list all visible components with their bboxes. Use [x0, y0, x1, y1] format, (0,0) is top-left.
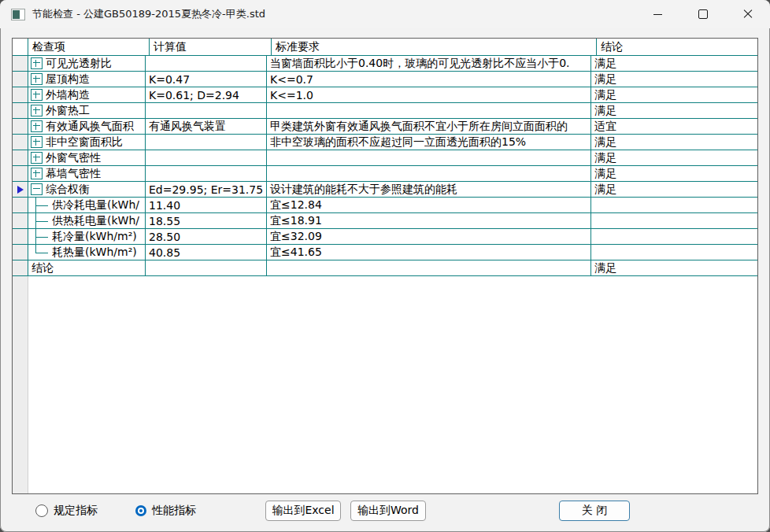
collapse-minus-icon[interactable] [31, 183, 43, 195]
row-marker-cell [13, 213, 28, 228]
check-item-label: 供冷耗电量(kWh/ [52, 198, 139, 212]
row-marker-cell [13, 245, 28, 260]
calc-value-cell: 40.85 [146, 245, 267, 260]
table-row-visible-light[interactable]: 可见光透射比 当窗墙面积比小于0.40时，玻璃的可见光透射比不应当小于0. 满足 [13, 56, 757, 72]
expand-plus-icon[interactable] [31, 89, 43, 101]
check-item-cell: 耗热量(kWh/m²) [28, 245, 146, 260]
row-marker-cell [13, 72, 28, 87]
expand-plus-icon[interactable] [31, 136, 43, 148]
check-item-cell: 非中空窗面积比 [28, 135, 146, 150]
check-item-cell: 幕墙气密性 [28, 166, 146, 181]
radio-performance-indicator[interactable] [135, 505, 146, 516]
minimize-button[interactable] [635, 0, 680, 28]
dialog-footer: 规定指标 性能指标 输出到Excel 输出到Word 关 闭 [0, 494, 770, 532]
requirement-cell [267, 103, 591, 118]
radio-prescriptive-label[interactable]: 规定指标 [54, 504, 98, 518]
tree-branch-icon [28, 198, 52, 212]
conclusion-cell: 满足 [591, 150, 757, 165]
check-item-cell: 屋顶构造 [28, 72, 146, 87]
requirement-cell: 宜≤32.09 [267, 229, 591, 244]
check-item-label: 有效通风换气面积 [46, 120, 134, 134]
row-marker-cell [13, 260, 28, 275]
table-row-tradeoff[interactable]: 综合权衡 Ed=29.95; Er=31.75 设计建筑的能耗不大于参照建筑的能… [13, 182, 757, 198]
title-bar[interactable]: 节能检查 - 公建GB50189-2015夏热冬冷-甲类.std [0, 0, 770, 28]
indicator-radio-group: 规定指标 性能指标 [35, 504, 196, 518]
expand-plus-icon[interactable] [31, 120, 43, 132]
check-item-cell: 供热耗电量(kWh/ [28, 213, 146, 228]
export-excel-button[interactable]: 输出到Excel [265, 501, 341, 521]
conclusion-cell: 满足 [591, 182, 757, 197]
calc-value-cell: K=0.47 [146, 72, 267, 87]
current-row-arrow-icon [17, 186, 24, 194]
check-item-label: 供热耗电量(kWh/ [52, 214, 139, 228]
row-marker-cell [13, 119, 28, 134]
close-dialog-button[interactable]: 关 闭 [559, 501, 630, 521]
requirement-cell: 当窗墙面积比小于0.40时，玻璃的可见光透射比不应当小于0. [267, 56, 591, 71]
expand-plus-icon[interactable] [31, 73, 43, 85]
close-button[interactable] [725, 0, 770, 28]
expand-plus-icon[interactable] [31, 57, 43, 69]
row-marker-cell [13, 87, 28, 102]
expand-plus-icon[interactable] [31, 105, 43, 116]
tree-branch-icon [28, 213, 52, 228]
check-item-label: 屋顶构造 [46, 72, 90, 87]
conclusion-cell [591, 245, 757, 260]
table-row-cooling-consumption[interactable]: 耗冷量(kWh/m²) 28.50 宜≤32.09 [13, 229, 757, 245]
maximize-icon [698, 9, 708, 19]
conclusion-cell: 适宜 [591, 119, 757, 134]
requirement-cell [267, 166, 591, 181]
requirement-cell: K<=0.7 [267, 72, 591, 87]
window-title: 节能检查 - 公建GB50189-2015夏热冬冷-甲类.std [32, 7, 265, 21]
conclusion-cell: 满足 [591, 135, 757, 150]
expand-plus-icon[interactable] [31, 152, 43, 164]
minimize-icon [653, 14, 662, 15]
radio-performance-label[interactable]: 性能指标 [152, 504, 196, 518]
table-row-window-airtightness[interactable]: 外窗气密性 满足 [13, 150, 757, 166]
table-row-non-hollow-window[interactable]: 非中空窗面积比 非中空玻璃的面积不应超过同一立面透光面积的15% 满足 [13, 135, 757, 150]
requirement-cell [267, 150, 591, 165]
requirement-cell [267, 260, 591, 275]
expand-plus-icon[interactable] [31, 168, 43, 179]
check-item-label: 外窗热工 [46, 104, 90, 118]
table-row-cooling-electricity[interactable]: 供冷耗电量(kWh/ 11.40 宜≤12.84 [13, 198, 757, 213]
check-item-cell: 可见光透射比 [28, 56, 146, 71]
calc-value-cell: 18.55 [146, 213, 267, 228]
maximize-button[interactable] [680, 0, 725, 28]
calc-value-cell: Ed=29.95; Er=31.75 [146, 182, 267, 197]
marker-column-strip [13, 276, 28, 493]
table-row-window-thermal[interactable]: 外窗热工 满足 [13, 103, 757, 119]
table-header-row: 检查项 计算值 标准要求 结论 [13, 39, 757, 56]
conclusion-cell [591, 229, 757, 244]
calc-value-cell [146, 260, 267, 275]
check-item-cell: 结论 [28, 260, 146, 275]
conclusion-cell: 满足 [591, 260, 757, 275]
table-row-exterior-wall[interactable]: 外墙构造 K=0.61; D=2.94 K<=1.0 满足 [13, 87, 757, 103]
calc-value-cell: K=0.61; D=2.94 [146, 87, 267, 102]
conclusion-cell: 满足 [591, 103, 757, 118]
requirement-cell: 宜≤12.84 [267, 198, 591, 212]
tree-branch-icon [28, 229, 52, 244]
table-row-conclusion[interactable]: 结论 满足 [13, 260, 757, 276]
check-item-cell: 耗冷量(kWh/m²) [28, 229, 146, 244]
check-item-cell: 有效通风换气面积 [28, 119, 146, 134]
table-row-curtainwall-airtightness[interactable]: 幕墙气密性 满足 [13, 166, 757, 182]
radio-prescriptive-indicator[interactable] [35, 504, 48, 517]
table-row-heating-consumption[interactable]: 耗热量(kWh/m²) 40.85 宜≤41.65 [13, 245, 757, 260]
calc-value-cell [146, 135, 267, 150]
table-row-heating-electricity[interactable]: 供热耗电量(kWh/ 18.55 宜≤18.91 [13, 213, 757, 229]
export-word-button[interactable]: 输出到Word [350, 501, 426, 521]
calc-value-cell [146, 56, 267, 71]
requirement-cell: 甲类建筑外窗有效通风换气面积不宜小于所在房间立面面积的 [267, 119, 591, 134]
check-item-label: 耗冷量(kWh/m²) [52, 230, 137, 244]
check-item-label: 幕墙气密性 [46, 167, 101, 181]
check-item-cell: 外墙构造 [28, 87, 146, 102]
table-row-ventilation-area[interactable]: 有效通风换气面积 有通风换气装置 甲类建筑外窗有效通风换气面积不宜小于所在房间立… [13, 119, 757, 135]
table-row-roof[interactable]: 屋顶构造 K=0.47 K<=0.7 满足 [13, 72, 757, 87]
marker-header-cell [13, 39, 28, 55]
close-icon [743, 9, 753, 19]
header-requirement: 标准要求 [272, 39, 597, 55]
check-item-label: 综合权衡 [46, 183, 90, 197]
calc-value-cell: 28.50 [146, 229, 267, 244]
row-marker-cell [13, 229, 28, 244]
requirement-cell: 设计建筑的能耗不大于参照建筑的能耗 [267, 182, 591, 197]
